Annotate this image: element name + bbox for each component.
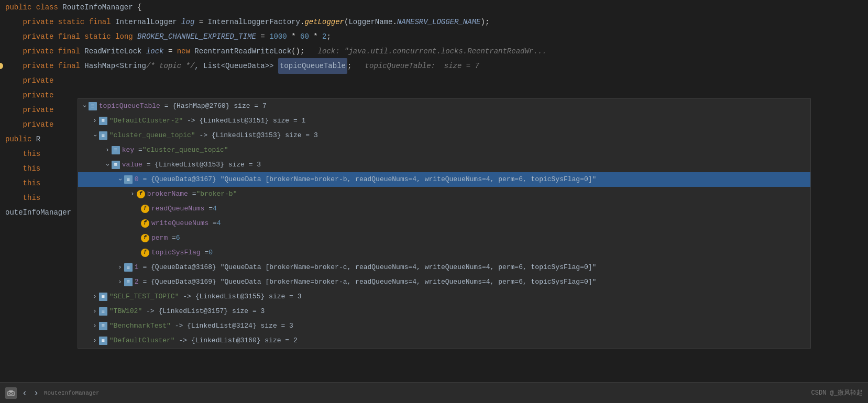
debug-row-default-cluster-2[interactable]: › "DefaultCluster-2" -> {LinkedList@3151… [78, 114, 810, 128]
list-icon [99, 322, 107, 330]
bottom-bar: ‹ › RouteInfoManager CSDN @_微风轻起 [0, 382, 868, 403]
svg-rect-2 [9, 390, 13, 391]
var-name-value: value [122, 158, 142, 172]
editor-area: public class RouteInfoManager { private … [0, 0, 868, 403]
list-icon [99, 337, 107, 345]
debug-row-key[interactable]: › key = "cluster_queue_topic" [78, 143, 810, 158]
arrow-right-icon-8[interactable]: › [93, 319, 97, 333]
debug-row-brokername[interactable]: › f brokerName = "broker-b" [78, 187, 810, 202]
arrow-right-icon[interactable]: › [93, 114, 97, 128]
code-line-1: public class RouteInfoManager { [0, 0, 868, 15]
arrow-right-icon-3[interactable]: › [130, 187, 135, 202]
arrow-right-icon-7[interactable]: › [93, 304, 97, 319]
camera-icon [5, 387, 17, 399]
debug-row-perm[interactable]: f perm = 6 [78, 231, 810, 245]
debug-row-tbw102[interactable]: › "TBW102" -> {LinkedList@3157} size = 3 [78, 304, 810, 319]
list-icon [124, 175, 133, 184]
bottom-label: RouteInfoManager [44, 390, 100, 396]
debug-row-item-1[interactable]: › 1 = {QueueData@3168} "QueueData [broke… [78, 260, 810, 275]
field-icon: f [137, 190, 145, 198]
debug-row-default-cluster[interactable]: › "DefaultCluster" -> {LinkedList@3160} … [78, 333, 810, 348]
list-icon [112, 161, 120, 169]
yellow-indicator [0, 63, 3, 69]
debug-row-item-2[interactable]: › 2 = {QueueData@3169} "QueueData [broke… [78, 275, 810, 289]
debug-row-self-test[interactable]: › "SELF_TEST_TOPIC" -> {LinkedList@3155}… [78, 289, 810, 304]
debug-row-root[interactable]: › topicQueueTable = {HashMap@2760} size … [78, 99, 810, 114]
code-line-2: private static final InternalLogger log … [0, 15, 868, 29]
field-icon: f [141, 219, 149, 228]
back-button[interactable]: ‹ [21, 386, 28, 399]
debug-row-cluster-queue-topic[interactable]: › "cluster_queue_topic" -> {LinkedList@3… [78, 128, 810, 143]
list-icon [89, 102, 97, 110]
debug-row-value[interactable]: › value = {LinkedList@3153} size = 3 [78, 158, 810, 172]
arrow-right-icon-4[interactable]: › [118, 260, 122, 275]
var-name-2: 2 [135, 275, 139, 289]
var-name-topicSysFlag: topicSysFlag [151, 245, 201, 260]
var-name-brokername: brokerName [147, 187, 188, 202]
key-string: "cluster_queue_topic" [109, 128, 195, 143]
list-icon [124, 263, 133, 272]
list-icon [99, 293, 107, 301]
arrow-right-icon-9[interactable]: › [93, 333, 97, 348]
field-icon: f [141, 234, 149, 242]
debug-row-benchmark[interactable]: › "BenchmarkTest" -> {LinkedList@3124} s… [78, 319, 810, 333]
key-string-default-cluster: "DefaultCluster" [109, 333, 175, 348]
list-icon [99, 117, 107, 125]
code-line-5: private final HashMap<String/* topic */,… [0, 59, 868, 73]
list-icon [99, 131, 107, 140]
code-line-6: private [0, 73, 868, 88]
var-name-0: 0 [135, 172, 139, 187]
code-line-3: private final static long BROKER_CHANNEL… [0, 29, 868, 44]
var-name: topicQueueTable [99, 99, 160, 114]
key-string-benchmark: "BenchmarkTest" [109, 319, 171, 333]
debug-popup: › topicQueueTable = {HashMap@2760} size … [78, 98, 811, 349]
svg-point-1 [10, 392, 13, 395]
code-line-4: private final ReadWriteLock lock = new R… [0, 44, 868, 59]
debug-row-readqueuenums[interactable]: f readQueueNums = 4 [78, 202, 810, 216]
var-name-perm: perm [151, 231, 168, 245]
field-icon: f [141, 205, 149, 213]
var-name-writequeuenums: writeQueueNums [151, 216, 208, 231]
key-string-tbw102: "TBW102" [109, 304, 142, 319]
var-name-readqueuenums: readQueueNums [151, 202, 204, 216]
arrow-right-icon-6[interactable]: › [93, 289, 97, 304]
debug-row-writequeuenums[interactable]: f writeQueueNums = 4 [78, 216, 810, 231]
debug-row-topicSysFlag[interactable]: f topicSysFlag = 0 [78, 245, 810, 260]
arrow-right-icon-5[interactable]: › [118, 275, 122, 289]
var-name-key: key [122, 143, 134, 158]
field-icon: f [141, 249, 149, 257]
arrow-right-icon-2[interactable]: › [105, 143, 109, 158]
list-icon [124, 278, 133, 286]
forward-button[interactable]: › [32, 386, 40, 399]
debug-row-item-0[interactable]: › 0 = {QueueData@3167} "QueueData [broke… [78, 172, 810, 187]
list-icon [112, 146, 120, 154]
key-string: "DefaultCluster-2" [109, 114, 183, 128]
watermark: CSDN @_微风轻起 [811, 388, 863, 397]
list-icon [99, 307, 107, 316]
key-string-self-test: "SELF_TEST_TOPIC" [109, 289, 179, 304]
var-name-1: 1 [135, 260, 139, 275]
